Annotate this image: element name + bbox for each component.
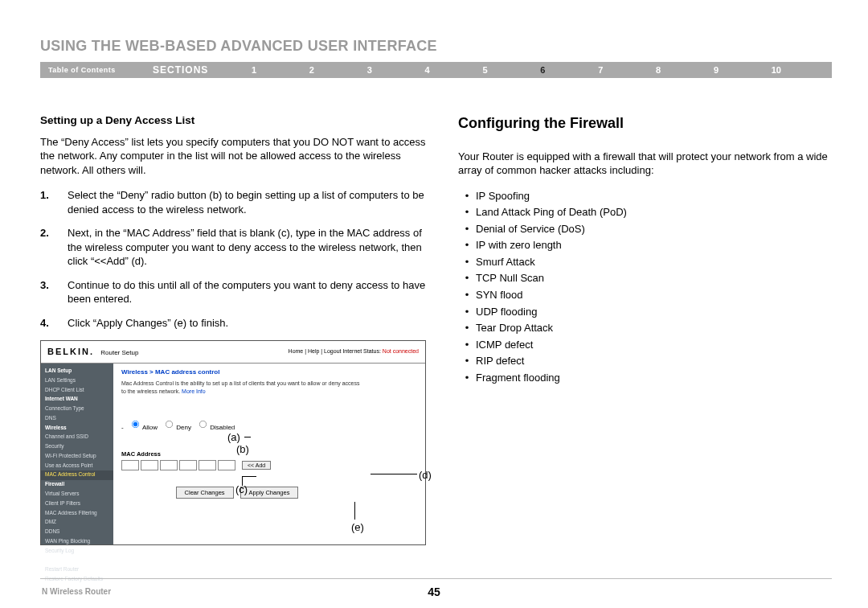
radio-allow[interactable] (132, 421, 139, 428)
router-sidebar-item[interactable]: Restore Factory Defaults (41, 574, 113, 584)
router-sidebar-item[interactable]: Client IP Filters (41, 499, 113, 508)
router-sidebar-item[interactable]: MAC Address Control (41, 470, 113, 480)
callout-d: (d) (419, 468, 432, 483)
router-sidebar-item[interactable]: DNS (41, 413, 113, 423)
router-sidebar-item[interactable]: Use as Access Point (41, 461, 113, 470)
router-sidebar-item[interactable]: Connection Type (41, 405, 113, 414)
footer-divider (40, 578, 832, 579)
section-link-2[interactable]: 2 (309, 64, 314, 76)
router-sidebar-item[interactable]: Channel and SSID (41, 433, 113, 442)
section-link-10[interactable]: 10 (772, 64, 781, 76)
attack-item: Land Attack Ping of Death (PoD) (458, 205, 832, 220)
apply-changes-button[interactable]: Apply Changes (240, 487, 299, 499)
more-info-link[interactable]: More Info (182, 388, 206, 394)
attack-item: RIP defect (458, 354, 832, 368)
attack-item: ICMP defect (458, 338, 832, 352)
router-sidebar-item[interactable]: Firewall (41, 480, 113, 490)
router-sidebar-item[interactable]: DDNS (41, 528, 113, 537)
screenshot-desc: Mac Address Control is the ability to se… (121, 380, 362, 395)
attack-item: SYN flood (458, 288, 832, 302)
router-sidebar-item[interactable]: Internet WAN (41, 395, 113, 405)
mac-field[interactable] (121, 460, 139, 470)
attack-item: Tear Drop Attack (458, 321, 832, 335)
attack-item: Fragment flooding (458, 371, 832, 385)
deny-list-heading: Setting up a Deny Access List (40, 113, 426, 128)
attack-item: Smurf Attack (458, 255, 832, 269)
firewall-paragraph: Your Router is equipped with a firewall … (458, 150, 832, 178)
mac-label: MAC Address (121, 450, 417, 458)
router-sidebar[interactable]: LAN SetupLAN SettingsDHCP Client ListInt… (41, 364, 113, 544)
router-sidebar-item[interactable]: Utilities (41, 556, 113, 565)
mac-input-row: << Add (121, 460, 417, 470)
section-link-7[interactable]: 7 (598, 64, 603, 76)
page-number: 45 (0, 585, 868, 600)
brand-subtitle: Router Setup (100, 349, 138, 356)
deny-list-paragraph: The “Deny Access” list lets you specify … (40, 135, 426, 178)
router-sidebar-item[interactable]: Security Log (41, 546, 113, 556)
attack-item: UDP flooding (458, 305, 832, 319)
brand-logo: BELKIN. (47, 347, 94, 356)
mac-field[interactable] (179, 460, 197, 470)
router-sidebar-item[interactable]: Wi-Fi Protected Setup (41, 451, 113, 461)
router-sidebar-item[interactable]: Wireless (41, 423, 113, 433)
step-item: 4.Click “Apply Changes” (e) to finish. (40, 316, 426, 331)
router-screenshot: BELKIN. Router Setup Home | Help | Logou… (40, 340, 426, 545)
clear-changes-button[interactable]: Clear Changes (176, 487, 234, 499)
section-link-3[interactable]: 3 (367, 64, 372, 76)
mac-field[interactable] (141, 460, 158, 470)
section-link-8[interactable]: 8 (656, 64, 661, 76)
router-sidebar-item[interactable]: DHCP Client List (41, 385, 113, 395)
mac-field[interactable] (199, 460, 216, 470)
router-sidebar-item[interactable]: WAN Ping Blocking (41, 536, 113, 546)
section-link-6[interactable]: 6 (540, 64, 545, 76)
toc-link[interactable]: Table of Contents (48, 65, 153, 75)
router-sidebar-item[interactable]: DMZ (41, 518, 113, 528)
radio-deny[interactable] (166, 421, 173, 428)
attack-item: Denial of Service (DoS) (458, 222, 832, 236)
mac-field[interactable] (160, 460, 178, 470)
chapter-title: USING THE WEB-BASED ADVANCED USER INTERF… (40, 36, 832, 55)
router-sidebar-item[interactable]: MAC Address Filtering (41, 508, 113, 518)
callout-e: (e) (351, 520, 364, 535)
callout-b: (b) (236, 442, 249, 457)
radio-disabled[interactable] (199, 421, 207, 428)
header-links[interactable]: Home | Help | Logout Internet Status: No… (289, 347, 419, 355)
right-column: Configuring the Firewall Your Router is … (458, 113, 832, 544)
step-item: 3.Continue to do this until all of the c… (40, 278, 426, 306)
step-item: 2.Next, in the “MAC Address” field that … (40, 226, 426, 269)
access-radio-group[interactable]: - Allow Deny Disabled (121, 419, 417, 433)
left-column: Setting up a Deny Access List The “Deny … (40, 113, 426, 544)
attack-item: IP Spoofing (458, 189, 832, 203)
section-link-1[interactable]: 1 (252, 64, 256, 76)
router-sidebar-item[interactable]: Restart Router (41, 565, 113, 575)
add-button[interactable]: << Add (242, 461, 271, 470)
section-link-4[interactable]: 4 (425, 64, 430, 76)
router-sidebar-item[interactable]: Virtual Servers (41, 489, 113, 499)
attack-item: TCP Null Scan (458, 271, 832, 286)
router-sidebar-item[interactable]: LAN Setup (41, 367, 113, 376)
section-link-5[interactable]: 5 (482, 64, 487, 76)
breadcrumb: Wireless > MAC address control (121, 368, 417, 377)
mac-field[interactable] (218, 460, 235, 470)
sections-label: SECTIONS (153, 64, 225, 76)
router-sidebar-item[interactable]: LAN Settings (41, 376, 113, 385)
router-sidebar-item[interactable]: Security (41, 442, 113, 452)
attack-item: IP with zero length (458, 238, 832, 253)
section-nav: Table of Contents SECTIONS 12345678910 (40, 62, 832, 78)
step-item: 1.Select the “Deny” radio button (b) to … (40, 188, 426, 216)
firewall-heading: Configuring the Firewall (458, 113, 832, 133)
section-link-9[interactable]: 9 (714, 64, 719, 76)
